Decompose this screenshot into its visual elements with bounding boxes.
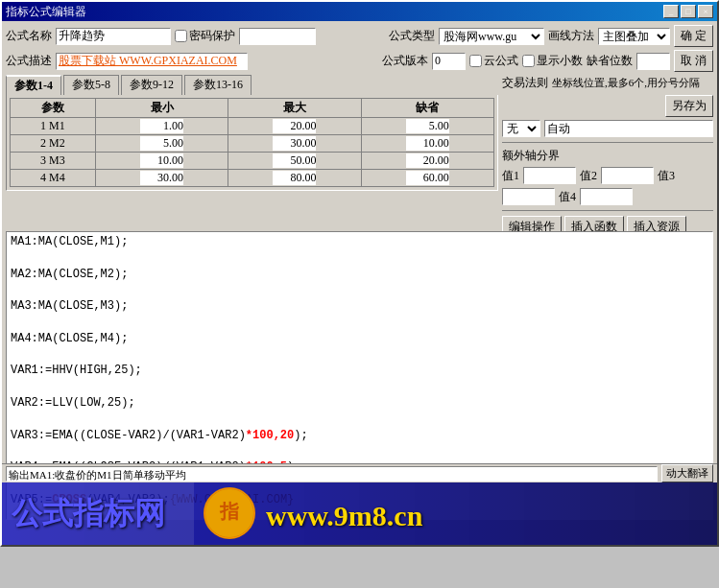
trading-rule-select[interactable]: 无 <box>502 120 540 137</box>
value2-input[interactable] <box>601 167 654 184</box>
trading-rules-row: 交易法则 坐标线位置,最多6个,用分号分隔 另存为 <box>502 75 713 117</box>
default-digits-input[interactable] <box>636 53 670 70</box>
translate-button[interactable]: 动大翻译 <box>661 464 713 482</box>
value3-label: 值3 <box>658 168 675 184</box>
param-id: 2 M2 <box>11 135 96 153</box>
extra-axis-values-row: 值1 值2 值3 值4 <box>502 167 713 205</box>
formula-name-input[interactable] <box>56 28 171 45</box>
extra-axis-label-row: 额外轴分界 <box>502 148 713 164</box>
formula-version-input[interactable] <box>432 53 466 70</box>
col-max: 最大 <box>228 99 361 118</box>
right-panel: 交易法则 坐标线位置,最多6个,用分号分隔 另存为 无 额外轴分界 值1 <box>502 75 713 228</box>
param-min <box>95 135 228 153</box>
param-max <box>228 153 361 170</box>
cloud-checkbox[interactable] <box>469 55 482 67</box>
params-panel: 参数 最小 最大 缺省 1 M1 2 M2 3 M3 <box>6 95 498 191</box>
param-id: 1 M1 <box>11 118 96 135</box>
param-default <box>361 135 493 153</box>
tab-params-1-4[interactable]: 参数1-4 <box>6 75 61 95</box>
param-max <box>228 118 361 135</box>
tab-params-9-12[interactable]: 参数9-12 <box>121 75 182 95</box>
password-input[interactable] <box>239 28 316 45</box>
formula-version-label: 公式版本 <box>382 53 428 69</box>
param-default <box>361 153 493 170</box>
maximize-button[interactable]: □ <box>681 5 696 18</box>
extra-axis-label: 额外轴分界 <box>502 148 560 164</box>
default-digits-label: 缺省位数 <box>587 53 633 69</box>
tab-params-5-8[interactable]: 参数5-8 <box>63 75 119 95</box>
trading-rules-inputs: 无 <box>502 120 713 137</box>
cloud-label: 云公式 <box>484 53 518 69</box>
formula-type-label: 公式类型 <box>389 28 435 44</box>
tab-params-13-16[interactable]: 参数13-16 <box>184 75 252 95</box>
left-panel: 参数1-4 参数5-8 参数9-12 参数13-16 参数 最小 最大 缺省 <box>6 75 498 228</box>
main-window: 指标公式编辑器 _ □ × 公式名称 密码保护 公式类型 股海网www.gu 画… <box>0 0 719 547</box>
decimal-checkbox-area: 显示小数 <box>522 53 583 69</box>
params-table: 参数 最小 最大 缺省 1 M1 2 M2 3 M3 <box>10 98 494 187</box>
main-body: 参数1-4 参数5-8 参数9-12 参数13-16 参数 最小 最大 缺省 <box>6 75 713 228</box>
status-bar: 输出MA1:收盘价的M1日简单移动平均 动大翻译 <box>2 463 717 482</box>
param-min <box>95 170 228 187</box>
divider <box>502 142 713 143</box>
params-tabs: 参数1-4 参数5-8 参数9-12 参数13-16 <box>6 75 498 95</box>
param-min <box>95 153 228 170</box>
draw-method-label: 画线方法 <box>548 28 594 44</box>
param-default <box>361 170 493 187</box>
divider2 <box>502 210 713 211</box>
formula-name-label: 公式名称 <box>6 28 52 44</box>
value1-input[interactable] <box>523 167 576 184</box>
confirm-button[interactable]: 确 定 <box>674 25 713 47</box>
col-min: 最小 <box>95 99 228 118</box>
table-row: 3 M3 <box>11 153 494 170</box>
coord-label: 坐标线位置,最多6个,用分号分隔 <box>552 76 700 90</box>
value4-label: 值4 <box>559 189 576 205</box>
formula-desc-label: 公式描述 <box>6 53 52 69</box>
formula-type-select[interactable]: 股海网www.gu <box>439 28 544 45</box>
title-bar: 指标公式编辑器 _ □ × <box>2 2 717 21</box>
decimal-label: 显示小数 <box>537 53 583 69</box>
save-as-button[interactable]: 另存为 <box>665 95 713 117</box>
table-row: 1 M1 <box>11 118 494 135</box>
param-max <box>228 135 361 153</box>
close-button[interactable]: × <box>698 5 713 18</box>
param-id: 4 M4 <box>11 170 96 187</box>
param-min <box>95 118 228 135</box>
title-bar-buttons: _ □ × <box>663 5 713 18</box>
password-checkbox-area: 密码保护 <box>175 28 235 44</box>
coord-input[interactable] <box>544 120 713 137</box>
col-param: 参数 <box>11 99 96 118</box>
value4-input[interactable] <box>580 188 633 205</box>
window-title: 指标公式编辑器 <box>6 4 86 20</box>
param-max <box>228 170 361 187</box>
table-row: 4 M4 <box>11 170 494 187</box>
param-id: 3 M3 <box>11 153 96 170</box>
value3-input[interactable] <box>502 188 555 205</box>
password-label: 密码保护 <box>189 28 235 44</box>
param-default <box>361 118 493 135</box>
draw-method-select[interactable]: 主图叠加 <box>598 28 670 45</box>
cancel-button[interactable]: 取 消 <box>674 50 713 72</box>
col-default: 缺省 <box>361 99 493 118</box>
value2-label: 值2 <box>580 168 597 184</box>
formula-name-row: 公式名称 密码保护 公式类型 股海网www.gu 画线方法 主图叠加 确 定 <box>6 25 713 47</box>
password-checkbox[interactable] <box>175 30 187 42</box>
cloud-checkbox-area: 云公式 <box>469 53 518 69</box>
minimize-button[interactable]: _ <box>663 5 679 18</box>
decimal-checkbox[interactable] <box>522 55 535 67</box>
formula-desc-input[interactable] <box>56 53 248 70</box>
status-text: 输出MA1:收盘价的M1日简单移动平均 <box>6 466 658 482</box>
table-row: 2 M2 <box>11 135 494 153</box>
formula-desc-row: 公式描述 公式版本 云公式 显示小数 缺省位数 取 消 <box>6 50 713 72</box>
value1-label: 值1 <box>502 168 519 184</box>
trading-rules-label: 交易法则 <box>502 75 548 91</box>
